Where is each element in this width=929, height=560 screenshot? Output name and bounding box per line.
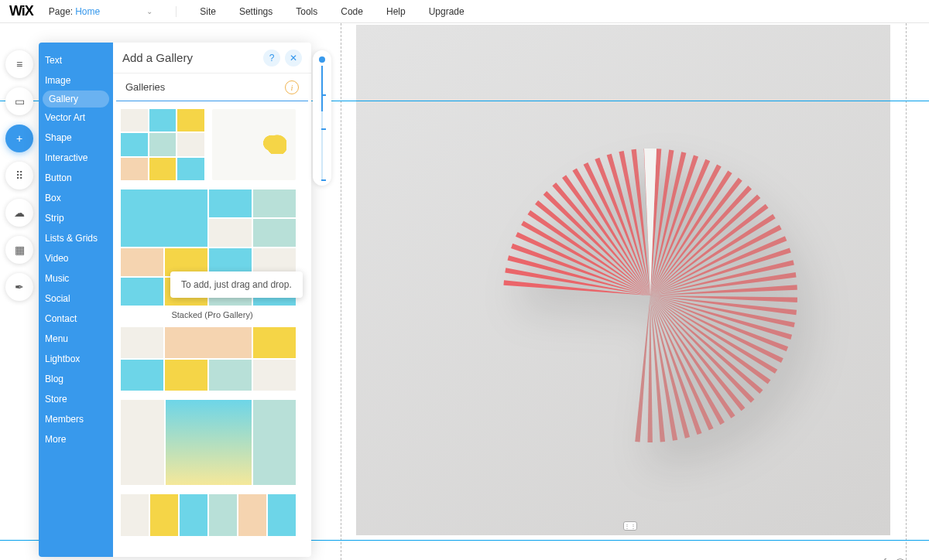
section-header: Galleries i: [116, 73, 308, 101]
cat-music[interactable]: Music: [39, 268, 113, 289]
instagram-icon[interactable]: ◯: [894, 557, 907, 560]
panel-body: Add a Gallery ? ✕ Galleries i: [113, 43, 311, 557]
panel-header: Add a Gallery ? ✕: [113, 43, 311, 73]
cat-text[interactable]: Text: [39, 50, 113, 70]
help-button[interactable]: ?: [263, 50, 280, 67]
cat-listsgrids[interactable]: Lists & Grids: [39, 228, 113, 248]
social-icons: f ◯ v: [883, 557, 920, 560]
cat-members[interactable]: Members: [39, 409, 113, 429]
cat-contact[interactable]: Contact: [39, 309, 113, 329]
scroll-indicator[interactable]: [313, 50, 331, 186]
cat-blog[interactable]: Blog: [39, 369, 113, 389]
scroll-track: [321, 66, 323, 179]
gallery-preset[interactable]: [121, 400, 296, 485]
menu-site[interactable]: Site: [200, 6, 216, 17]
cat-lightbox[interactable]: Lightbox: [39, 349, 113, 369]
dock-apps[interactable]: ⠿: [5, 162, 33, 190]
dock-bookings[interactable]: ▦: [5, 236, 33, 264]
cat-interactive[interactable]: Interactive: [39, 148, 113, 168]
page-selector[interactable]: Page: Home ⌄: [49, 6, 177, 17]
cat-social[interactable]: Social: [39, 289, 113, 309]
page-label: Page:: [49, 6, 73, 17]
gallery-preset[interactable]: [212, 109, 296, 180]
cat-gallery[interactable]: Gallery: [43, 90, 109, 108]
gallery-presets: Stacked (Pro Gallery) To add, ju: [113, 101, 311, 557]
cat-button[interactable]: Button: [39, 168, 113, 188]
dock-add[interactable]: +: [5, 125, 33, 152]
gallery-preset[interactable]: [121, 109, 204, 180]
topbar: WiX Page: Home ⌄ Site Settings Tools Cod…: [0, 0, 929, 23]
menu-help[interactable]: Help: [386, 6, 406, 17]
preset-caption: Stacked (Pro Gallery): [121, 310, 303, 319]
chevron-down-icon: ⌄: [146, 7, 153, 15]
panel-title: Add a Gallery: [122, 51, 193, 64]
top-menu: Site Settings Tools Code Help Upgrade: [200, 6, 464, 17]
menu-upgrade[interactable]: Upgrade: [429, 6, 464, 17]
dock-media[interactable]: ☁: [5, 199, 33, 227]
cat-store[interactable]: Store: [39, 389, 113, 409]
facebook-icon[interactable]: f: [883, 557, 886, 560]
gallery-preset[interactable]: [121, 494, 296, 536]
add-panel: Text Image Gallery Vector Art Shape Inte…: [39, 43, 311, 557]
wix-logo: WiX: [9, 3, 33, 19]
cat-strip[interactable]: Strip: [39, 208, 113, 228]
fan-art-icon: [434, 71, 836, 473]
cat-more[interactable]: More: [39, 429, 113, 449]
menu-settings[interactable]: Settings: [239, 6, 273, 17]
menu-code[interactable]: Code: [341, 6, 363, 17]
dock-blog[interactable]: ✒: [5, 273, 33, 301]
ruler-right: [906, 23, 907, 560]
scroll-dot-icon: [319, 56, 325, 63]
page-value: Home: [75, 6, 100, 17]
dock-pages[interactable]: ≡: [5, 50, 33, 78]
section-title: Galleries: [125, 81, 165, 93]
close-button[interactable]: ✕: [285, 50, 302, 67]
cat-image[interactable]: Image: [39, 70, 113, 90]
left-dock: ≡ ▭ + ⠿ ☁ ▦ ✒: [0, 43, 39, 301]
drag-tooltip: To add, just drag and drop.: [170, 271, 303, 298]
hero-image[interactable]: ⋮⋮: [356, 25, 890, 535]
cat-video[interactable]: Video: [39, 248, 113, 268]
gallery-preset[interactable]: [121, 327, 296, 391]
cat-vectorart[interactable]: Vector Art: [39, 108, 113, 128]
vimeo-icon[interactable]: v: [914, 557, 920, 560]
ruler-left: [341, 23, 341, 560]
cat-box[interactable]: Box: [39, 188, 113, 208]
menu-tools[interactable]: Tools: [296, 6, 317, 17]
cat-menu[interactable]: Menu: [39, 329, 113, 349]
category-list: Text Image Gallery Vector Art Shape Inte…: [39, 43, 113, 557]
resize-handle[interactable]: ⋮⋮: [623, 521, 637, 531]
cat-shape[interactable]: Shape: [39, 128, 113, 148]
dock-background[interactable]: ▭: [5, 87, 33, 115]
info-icon[interactable]: i: [285, 80, 299, 94]
